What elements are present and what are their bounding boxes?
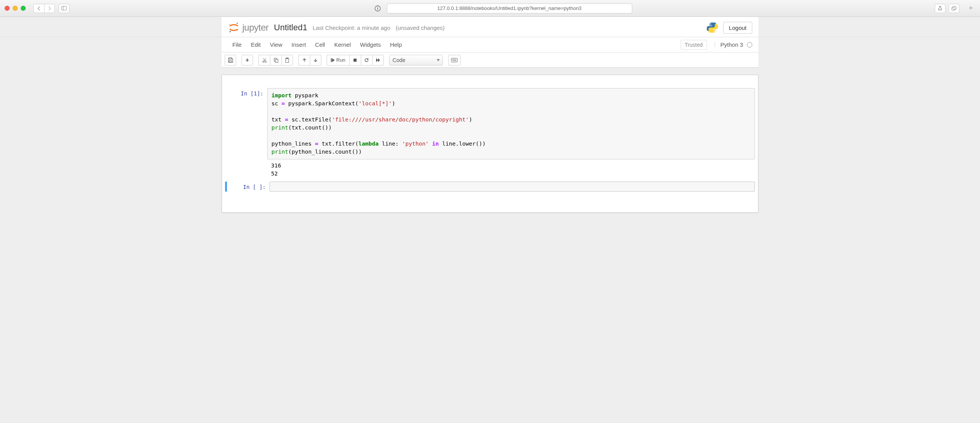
- cell-input[interactable]: import pysparksc = pyspark.SparkContext(…: [267, 88, 755, 159]
- kernel-status-icon: [747, 42, 752, 48]
- svg-rect-23: [452, 59, 453, 59]
- jupyter-logo[interactable]: jupyter: [228, 21, 269, 34]
- url-text: 127.0.0.1:8888/notebooks/Untitled1.ipynb…: [437, 5, 581, 11]
- svg-rect-4: [377, 8, 378, 10]
- insert-cell-button[interactable]: +: [242, 55, 253, 66]
- url-bar[interactable]: 127.0.0.1:8888/notebooks/Untitled1.ipynb…: [387, 3, 632, 13]
- notebook-container: In [1]: import pysparksc = pyspark.Spark…: [222, 75, 758, 213]
- jupyter-header: jupyter Untitled1 Last Checkpoint: a min…: [222, 17, 758, 37]
- svg-rect-17: [275, 59, 278, 62]
- new-tab-button[interactable]: +: [966, 4, 975, 12]
- restart-button[interactable]: [361, 55, 372, 66]
- svg-rect-27: [452, 60, 456, 61]
- menu-view[interactable]: View: [265, 39, 287, 50]
- move-down-button[interactable]: [310, 55, 321, 66]
- logout-button[interactable]: Logout: [723, 22, 752, 34]
- code-cell-empty[interactable]: In [ ]:: [225, 182, 755, 192]
- svg-rect-0: [62, 7, 67, 10]
- site-info-icon[interactable]: [372, 4, 383, 13]
- minimize-window-icon[interactable]: [13, 6, 18, 11]
- svg-rect-24: [453, 59, 454, 59]
- svg-point-14: [263, 61, 264, 62]
- unsaved-text: (unsaved changes): [396, 25, 445, 31]
- cut-button[interactable]: [258, 55, 270, 66]
- svg-rect-20: [331, 58, 332, 62]
- interrupt-button[interactable]: [349, 55, 361, 66]
- save-button[interactable]: [225, 55, 236, 66]
- svg-point-15: [265, 61, 266, 62]
- svg-rect-5: [952, 7, 955, 10]
- svg-rect-13: [230, 58, 232, 59]
- notebook-title[interactable]: Untitled1: [274, 23, 307, 33]
- svg-rect-12: [229, 61, 232, 62]
- svg-point-7: [237, 23, 238, 24]
- python-logo-icon: [706, 21, 719, 34]
- cell-output: 316 52: [267, 159, 755, 180]
- menu-edit[interactable]: Edit: [246, 39, 265, 50]
- back-button[interactable]: [33, 4, 44, 13]
- svg-rect-22: [451, 58, 457, 62]
- copy-button[interactable]: [270, 55, 281, 66]
- menu-cell[interactable]: Cell: [311, 39, 330, 50]
- run-button[interactable]: Run: [327, 55, 349, 66]
- trusted-indicator[interactable]: Trusted: [681, 40, 707, 50]
- toolbar: + Run: [222, 52, 758, 68]
- window-controls: [5, 6, 26, 11]
- share-button[interactable]: [935, 4, 945, 13]
- run-label: Run: [336, 57, 345, 63]
- sidebar-toggle-icon[interactable]: [59, 4, 69, 13]
- maximize-window-icon[interactable]: [21, 6, 26, 11]
- code-cell[interactable]: In [1]: import pysparksc = pyspark.Spark…: [225, 88, 755, 180]
- svg-rect-25: [454, 59, 455, 59]
- menu-help[interactable]: Help: [385, 39, 406, 50]
- menu-insert[interactable]: Insert: [287, 39, 311, 50]
- cell-input[interactable]: [270, 182, 755, 192]
- menu-widgets[interactable]: Widgets: [355, 39, 385, 50]
- svg-rect-21: [354, 59, 357, 62]
- svg-point-11: [714, 31, 715, 32]
- kernel-name: Python 3: [720, 41, 743, 48]
- svg-point-10: [710, 23, 711, 25]
- jupyter-logo-text: jupyter: [242, 22, 269, 33]
- restart-run-all-button[interactable]: [372, 55, 384, 66]
- checkpoint-text: Last Checkpoint: a minute ago: [312, 25, 390, 31]
- menu-kernel[interactable]: Kernel: [330, 39, 355, 50]
- cell-prompt: In [1]:: [225, 88, 267, 180]
- tabs-button[interactable]: [949, 4, 959, 13]
- svg-rect-26: [455, 59, 456, 59]
- svg-point-8: [229, 31, 231, 32]
- move-up-button[interactable]: [298, 55, 310, 66]
- kernel-indicator[interactable]: Python 3: [715, 41, 752, 48]
- browser-chrome: 127.0.0.1:8888/notebooks/Untitled1.ipynb…: [0, 0, 980, 17]
- command-palette-button[interactable]: [448, 55, 460, 66]
- cell-type-select[interactable]: Code: [389, 55, 443, 66]
- svg-rect-6: [953, 6, 956, 9]
- paste-button[interactable]: [281, 55, 293, 66]
- menu-file[interactable]: File: [228, 39, 246, 50]
- menubar: File Edit View Insert Cell Kernel Widget…: [222, 37, 758, 52]
- close-window-icon[interactable]: [5, 6, 10, 11]
- svg-point-3: [377, 7, 378, 7]
- forward-button[interactable]: [44, 4, 55, 13]
- svg-point-9: [229, 24, 230, 25]
- cell-prompt: In [ ]:: [227, 182, 270, 192]
